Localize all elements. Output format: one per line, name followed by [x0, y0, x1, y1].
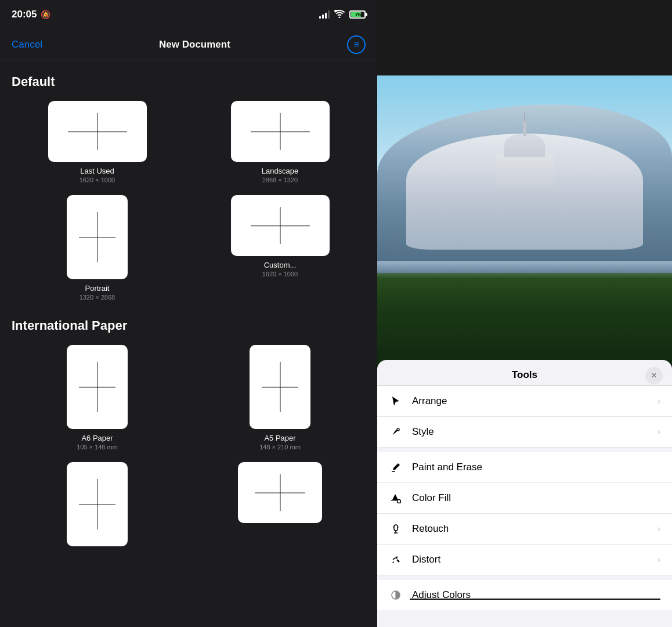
status-time: 20:05 🔕	[12, 9, 50, 20]
canvas-item-custom[interactable]: Custom... 1620 × 1000	[194, 195, 366, 301]
canvas-item-landscape[interactable]: Landscape 2868 × 1320	[194, 101, 366, 183]
photo-area	[377, 0, 672, 366]
tool-item-color-fill[interactable]: Color Fill	[377, 483, 672, 514]
status-right: 76	[319, 10, 366, 20]
canvas-item-a4land[interactable]	[194, 462, 366, 552]
page-title: New Document	[159, 39, 230, 51]
canvas-thumbnail-a4	[67, 462, 128, 546]
distort-chevron: ›	[657, 554, 660, 565]
canvas-thumbnail-a6	[67, 345, 128, 429]
svg-rect-2	[394, 525, 398, 531]
strikethrough-line	[410, 599, 660, 600]
distort-label: Distort	[412, 554, 440, 565]
adjust-colors-icon	[389, 588, 403, 602]
canvas-grid-international: A6 Paper 105 × 148 mm A5 Paper 148 × 210…	[12, 345, 366, 552]
right-panel: Tools × Arrange ›	[377, 0, 672, 627]
canvas-thumbnail-a5	[250, 345, 310, 429]
canvas-thumbnail-a4land	[238, 462, 322, 523]
canvas-item-portrait[interactable]: Portrait 1320 × 2868	[12, 195, 183, 301]
tool-item-adjust-colors[interactable]: Adjust Colors	[377, 580, 672, 610]
options-icon[interactable]: ≡	[347, 35, 366, 54]
tools-close-button[interactable]: ×	[645, 367, 663, 384]
retouch-icon	[389, 522, 403, 536]
battery-icon: 76	[349, 10, 366, 19]
color-fill-label: Color Fill	[412, 492, 451, 504]
arrange-chevron: ›	[657, 396, 660, 406]
svg-point-1	[398, 500, 401, 503]
canvas-grid-default: Last Used 1620 × 1000 Landscape 2868 × 1…	[12, 101, 366, 301]
canvas-item-a5[interactable]: A5 Paper 148 × 210 mm	[194, 345, 366, 451]
section-title-international: International Paper	[12, 318, 366, 333]
cancel-button[interactable]: Cancel	[12, 39, 42, 51]
tools-panel: Tools × Arrange ›	[377, 360, 672, 627]
tool-item-retouch[interactable]: Retouch ›	[377, 514, 672, 545]
tool-item-distort[interactable]: Distort ›	[377, 545, 672, 575]
tools-group-divider-1	[377, 448, 672, 452]
section-title-default: Default	[12, 74, 366, 89]
color-fill-icon	[389, 491, 403, 505]
canvas-item-a6[interactable]: A6 Paper 105 × 148 mm	[12, 345, 183, 451]
nav-bar: Cancel New Document ≡	[0, 29, 377, 60]
canvas-thumbnail-landscape	[231, 101, 330, 162]
signal-icon	[319, 10, 330, 19]
canvas-thumbnail-custom	[231, 195, 330, 256]
tool-item-style[interactable]: Style ›	[377, 417, 672, 448]
tools-group-divider-2	[377, 575, 672, 580]
left-panel: 20:05 🔕 76 Cancel New Document	[0, 0, 377, 627]
paint-erase-icon	[389, 460, 403, 474]
paint-erase-label: Paint and Erase	[412, 462, 482, 473]
retouch-label: Retouch	[412, 523, 449, 535]
tools-title: Tools	[512, 369, 537, 381]
style-label: Style	[412, 426, 434, 438]
distort-icon	[389, 553, 403, 567]
style-chevron: ›	[657, 427, 660, 437]
canvas-thumbnail-portrait	[67, 195, 128, 279]
retouch-chevron: ›	[657, 524, 660, 534]
tool-item-arrange[interactable]: Arrange ›	[377, 386, 672, 417]
tool-item-paint-erase[interactable]: Paint and Erase	[377, 452, 672, 483]
cursor-icon	[389, 394, 403, 408]
content-area: Default Last Used 1620 × 1000 Landscape …	[0, 60, 377, 627]
wifi-icon	[334, 10, 345, 20]
status-bar: 20:05 🔕 76	[0, 0, 377, 29]
bell-mute-icon: 🔕	[41, 10, 50, 19]
arrange-label: Arrange	[412, 395, 447, 407]
canvas-thumbnail-last-used	[48, 101, 147, 162]
svg-point-0	[397, 428, 399, 431]
tools-header: Tools ×	[377, 360, 672, 385]
canvas-item-last-used[interactable]: Last Used 1620 × 1000	[12, 101, 183, 183]
canvas-item-a4[interactable]	[12, 462, 183, 552]
style-icon	[389, 425, 403, 439]
